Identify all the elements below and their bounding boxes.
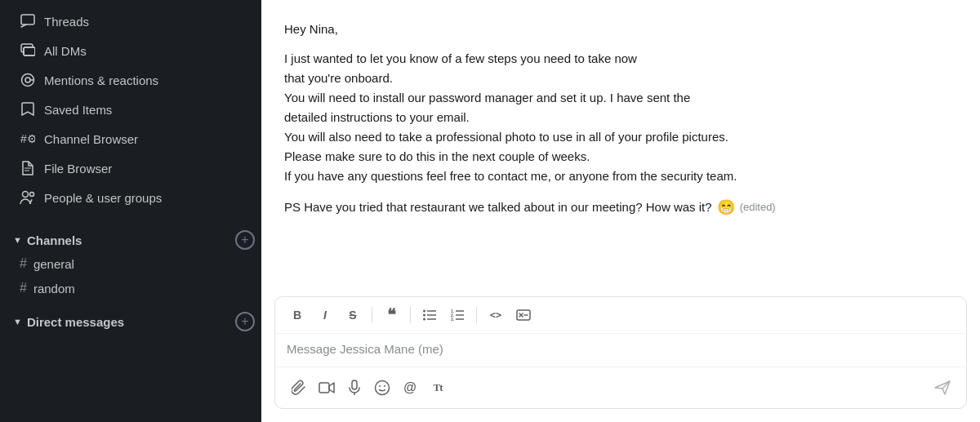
message-line-4: You will also need to take a professiona… [284, 127, 957, 147]
composer-actions: @ Tt [275, 366, 966, 408]
channel-browser-icon: #⚙ [20, 131, 36, 147]
ordered-list-button[interactable]: 1. 2. 3. [445, 304, 470, 326]
message-input[interactable]: Message Jessica Mane (me) [275, 334, 966, 366]
video-button[interactable] [313, 374, 341, 402]
svg-rect-3 [24, 47, 35, 56]
ps-emoji: 😁 [717, 196, 735, 220]
sidebar-channel-general[interactable]: # general [7, 252, 255, 275]
message-body: Hey Nina, I just wanted to let you know … [284, 20, 957, 220]
svg-point-32 [376, 381, 390, 395]
dm-section-header: ▼ Direct messages + [0, 307, 261, 333]
chevron-down-icon-dm: ▼ [13, 317, 22, 326]
send-button[interactable] [929, 374, 956, 402]
svg-rect-30 [352, 380, 357, 389]
chevron-down-icon: ▼ [13, 235, 22, 245]
sidebar-item-all-dms[interactable]: All DMs [7, 37, 255, 64]
sidebar: Threads All DMs Mentions & reactions [0, 0, 261, 422]
block-code-button[interactable] [511, 304, 536, 326]
code-button[interactable]: <> [483, 304, 508, 326]
strikethrough-button[interactable]: S [341, 304, 365, 326]
threads-icon [20, 13, 36, 29]
composer-toolbar: B I S ❝ 1. 2. [275, 297, 966, 334]
sidebar-channel-random[interactable]: # random [7, 277, 255, 300]
ps-text: PS Have you tried that restaurant we tal… [284, 198, 712, 217]
sidebar-item-all-dms-label: All DMs [44, 44, 87, 58]
message-area: Hey Nina, I just wanted to let you know … [261, 0, 980, 296]
sidebar-item-file-browser[interactable]: File Browser [7, 154, 255, 182]
hash-icon: # [20, 281, 27, 295]
sidebar-item-channel-browser-label: Channel Browser [44, 132, 138, 146]
svg-text:3.: 3. [451, 317, 455, 321]
channels-section-header: ▼ Channels + [0, 225, 261, 251]
message-line-6: If you have any questions feel free to c… [284, 167, 957, 186]
svg-text:#⚙: #⚙ [20, 132, 35, 145]
sidebar-item-people-label: People & user groups [44, 191, 162, 205]
message-line-2: You will need to install our password ma… [284, 88, 957, 108]
sidebar-item-mentions[interactable]: Mentions & reactions [7, 66, 255, 94]
hash-icon: # [20, 256, 27, 271]
svg-point-6 [25, 78, 30, 82]
sidebar-item-threads[interactable]: Threads [7, 7, 255, 35]
dm-section-label: Direct messages [27, 315, 124, 329]
svg-point-13 [423, 310, 425, 313]
dm-section-toggle[interactable]: ▼ Direct messages [13, 315, 124, 329]
sidebar-item-saved[interactable]: Saved Items [7, 96, 255, 123]
ps-edited: (edited) [740, 199, 776, 216]
toolbar-divider-1 [372, 307, 372, 323]
message-greeting: Hey Nina, [284, 20, 957, 39]
message-line-1: that you're onboard. [284, 69, 957, 88]
sidebar-item-saved-label: Saved Items [44, 103, 112, 117]
sidebar-item-threads-label: Threads [44, 15, 89, 29]
message-composer: B I S ❝ 1. 2. [274, 296, 967, 409]
channel-random-label: random [33, 282, 75, 295]
bullet-list-button[interactable] [417, 304, 442, 326]
channels-section-label: Channels [27, 233, 82, 247]
file-browser-icon [20, 160, 36, 176]
audio-button[interactable] [341, 374, 368, 402]
svg-point-12 [30, 193, 34, 197]
sidebar-item-channel-browser[interactable]: #⚙ Channel Browser [7, 125, 255, 153]
message-body-lines: I just wanted to let you know of a few s… [284, 49, 957, 186]
add-channel-button[interactable]: + [235, 230, 255, 250]
svg-point-15 [423, 314, 425, 317]
greeting-text: Hey Nina, [284, 22, 338, 36]
svg-rect-0 [21, 15, 34, 24]
add-dm-button[interactable]: + [235, 312, 255, 331]
sidebar-nav: Threads All DMs Mentions & reactions [0, 0, 261, 219]
message-line-5: Please make sure to do this in the next … [284, 147, 957, 167]
channels-section-toggle[interactable]: ▼ Channels [13, 233, 82, 247]
svg-point-34 [384, 385, 385, 387]
all-dms-icon [20, 42, 36, 59]
toolbar-divider-3 [476, 307, 477, 323]
saved-icon [20, 101, 36, 118]
bold-button[interactable]: B [285, 304, 310, 326]
main-content: Hey Nina, I just wanted to let you know … [261, 0, 980, 422]
channel-general-label: general [33, 257, 74, 271]
people-icon [20, 189, 36, 206]
mentions-icon [20, 72, 36, 88]
svg-rect-29 [319, 383, 329, 393]
emoji-button[interactable] [368, 374, 396, 402]
svg-point-17 [423, 318, 425, 321]
mention-button[interactable]: @ [396, 374, 424, 402]
quote-button[interactable]: ❝ [379, 304, 403, 326]
sidebar-item-file-browser-label: File Browser [44, 162, 112, 175]
format-button[interactable]: Tt [424, 374, 452, 402]
attach-button[interactable] [285, 374, 313, 402]
sidebar-item-people[interactable]: People & user groups [7, 184, 255, 211]
svg-point-11 [23, 192, 29, 198]
svg-point-33 [379, 385, 381, 387]
toolbar-divider-2 [410, 307, 411, 323]
message-placeholder: Message Jessica Mane (me) [287, 342, 443, 356]
message-line-0: I just wanted to let you know of a few s… [284, 49, 957, 69]
sidebar-item-mentions-label: Mentions & reactions [44, 73, 158, 87]
message-line-3: detailed instructions to your email. [284, 108, 957, 127]
italic-button[interactable]: I [313, 304, 337, 326]
message-ps: PS Have you tried that restaurant we tal… [284, 196, 957, 220]
